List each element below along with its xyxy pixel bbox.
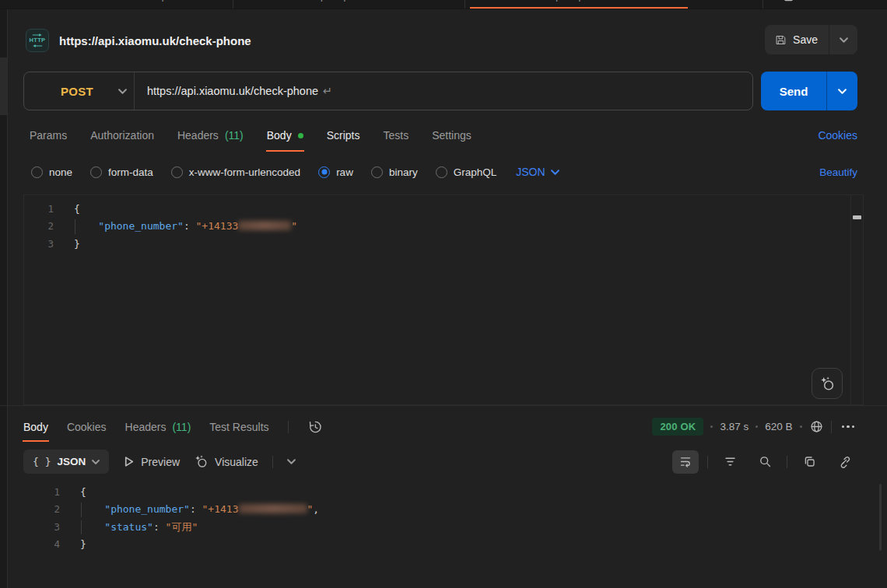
radio-label: GraphQL bbox=[454, 166, 497, 178]
copy-button[interactable] bbox=[796, 450, 822, 474]
response-tab-cookies[interactable]: Cookies bbox=[67, 411, 107, 442]
code-token: , bbox=[313, 503, 319, 515]
radio-label: form-data bbox=[108, 166, 153, 178]
tab-body[interactable]: Body bbox=[267, 119, 303, 152]
environment-label: No Environment bbox=[800, 0, 867, 2]
chevron-down-icon bbox=[838, 89, 847, 94]
http-badge-label: HTTP bbox=[30, 37, 46, 44]
code-line: 2 "phone_number": "+1413", bbox=[23, 501, 887, 518]
save-button[interactable]: Save bbox=[765, 25, 829, 54]
postbot-button[interactable] bbox=[812, 368, 843, 399]
collapsed-sidebar[interactable] bbox=[0, 9, 8, 588]
send-button-group: Send bbox=[761, 72, 857, 110]
tab-settings[interactable]: Settings bbox=[432, 119, 472, 152]
method-label: POST bbox=[61, 85, 93, 98]
filter-button[interactable] bbox=[717, 450, 743, 474]
cookies-link[interactable]: Cookies bbox=[818, 129, 857, 142]
save-label: Save bbox=[793, 33, 818, 46]
code-token: { bbox=[74, 203, 80, 215]
request-tab-https-api-xiaomu-uk-ch[interactable]: GEThttps://api.xiaomu.uk/ch bbox=[233, 0, 465, 9]
editor-scrollbar[interactable] bbox=[850, 195, 863, 404]
environment-selector[interactable]: No Environment bbox=[763, 0, 887, 9]
radio-circle bbox=[436, 166, 447, 178]
response-time: 3.87 s bbox=[720, 421, 749, 432]
chevron-down-icon bbox=[92, 460, 100, 464]
radio-circle bbox=[171, 166, 183, 178]
method-dropdown[interactable]: POST bbox=[24, 72, 135, 110]
tab-title: https://api.xiaomu.uk/ch bbox=[310, 0, 408, 2]
divider bbox=[272, 456, 273, 468]
method-url-bar: POST https://api.xiaomu.uk/check-phone↵ bbox=[23, 72, 753, 110]
tab-label: Params bbox=[30, 129, 67, 142]
response-body-viewer[interactable]: 1{2 "phone_number": "+1413",3 "status": … bbox=[23, 479, 887, 588]
new-tab-button[interactable]: + bbox=[692, 0, 725, 9]
tab-authorization[interactable]: Authorization bbox=[90, 119, 154, 152]
play-icon bbox=[123, 456, 135, 467]
radio-x-www-form-urlencoded[interactable]: x-www-form-urlencoded bbox=[171, 166, 300, 178]
code-token bbox=[80, 521, 104, 533]
environment-icon bbox=[784, 0, 794, 2]
radio-binary[interactable]: binary bbox=[371, 166, 418, 178]
body-type-row: noneform-datax-www-form-urlencodedrawbin… bbox=[31, 159, 857, 185]
tab-scripts[interactable]: Scripts bbox=[327, 119, 360, 152]
url-input[interactable]: https://api.xiaomu.uk/check-phone↵ bbox=[135, 85, 332, 97]
code-token bbox=[74, 220, 98, 232]
tab-headers[interactable]: Headers(11) bbox=[177, 119, 244, 152]
code-line: 3} bbox=[24, 236, 863, 253]
wrap-text-button[interactable] bbox=[672, 450, 699, 474]
response-tab-body[interactable]: Body bbox=[23, 411, 48, 442]
tab-label: Body bbox=[267, 129, 292, 142]
radio-none[interactable]: none bbox=[31, 166, 72, 178]
radio-raw[interactable]: raw bbox=[318, 166, 353, 178]
request-body-editor[interactable]: 1{2 "phone_number": "+14133"3} bbox=[23, 194, 864, 405]
request-tab-untitled-request[interactable]: GETUntitled Request bbox=[40, 0, 233, 9]
request-tab-https-api-xiaomu-uk-c[interactable]: POSThttps://api.xiaomu.uk/c bbox=[465, 0, 692, 9]
more-actions-button[interactable] bbox=[839, 425, 858, 429]
format-label: JSON bbox=[57, 456, 86, 467]
response-tab-headers[interactable]: Headers(11) bbox=[125, 411, 191, 442]
code-content: } bbox=[60, 536, 86, 553]
beautify-link[interactable]: Beautify bbox=[819, 166, 857, 178]
code-content: "status": "可用" bbox=[60, 519, 198, 536]
line-number: 2 bbox=[23, 501, 60, 518]
response-format-dropdown[interactable]: { } JSON bbox=[23, 450, 109, 474]
save-options-button[interactable] bbox=[829, 25, 857, 54]
page-title: https://api.xiaomu.uk/check-phone bbox=[59, 29, 251, 52]
radio-graphql[interactable]: GraphQL bbox=[436, 166, 497, 178]
chevron-down-icon bbox=[118, 89, 127, 94]
response-tab-test-results[interactable]: Test Results bbox=[209, 411, 268, 442]
search-button[interactable] bbox=[752, 450, 778, 474]
tab-params[interactable]: Params bbox=[30, 119, 67, 152]
sidebar-highlight bbox=[0, 58, 7, 115]
code-line: 3 "status": "可用" bbox=[23, 519, 887, 536]
radio-label: raw bbox=[336, 166, 353, 178]
dot-separator bbox=[710, 425, 713, 428]
search-icon bbox=[759, 455, 772, 468]
radio-form-data[interactable]: form-data bbox=[90, 166, 153, 178]
save-icon bbox=[775, 34, 787, 46]
send-options-button[interactable] bbox=[826, 72, 857, 110]
code-token: : bbox=[153, 521, 166, 533]
enter-key-icon: ↵ bbox=[323, 85, 332, 97]
globe-icon bbox=[809, 419, 824, 434]
visualize-button[interactable]: Visualize bbox=[194, 454, 258, 469]
body-language-dropdown[interactable]: JSON bbox=[516, 166, 559, 178]
link-button[interactable] bbox=[831, 450, 857, 474]
copy-icon bbox=[803, 455, 816, 468]
visualize-options-button[interactable] bbox=[287, 459, 296, 464]
line-number: 4 bbox=[23, 536, 60, 553]
code-token bbox=[80, 503, 104, 515]
scrollbar-thumb[interactable] bbox=[853, 215, 861, 219]
code-braces-icon: { } bbox=[33, 456, 51, 467]
preview-button[interactable]: Preview bbox=[123, 456, 180, 468]
divider bbox=[707, 456, 708, 468]
code-token: " bbox=[291, 220, 297, 232]
send-button[interactable]: Send bbox=[761, 72, 826, 110]
network-button[interactable] bbox=[809, 419, 824, 434]
history-button[interactable] bbox=[307, 419, 323, 435]
response-scrollbar[interactable] bbox=[879, 484, 882, 551]
code-content: } bbox=[54, 236, 80, 253]
tab-tests[interactable]: Tests bbox=[383, 119, 408, 152]
response-size: 620 B bbox=[765, 421, 792, 432]
code-token: : bbox=[184, 220, 196, 232]
